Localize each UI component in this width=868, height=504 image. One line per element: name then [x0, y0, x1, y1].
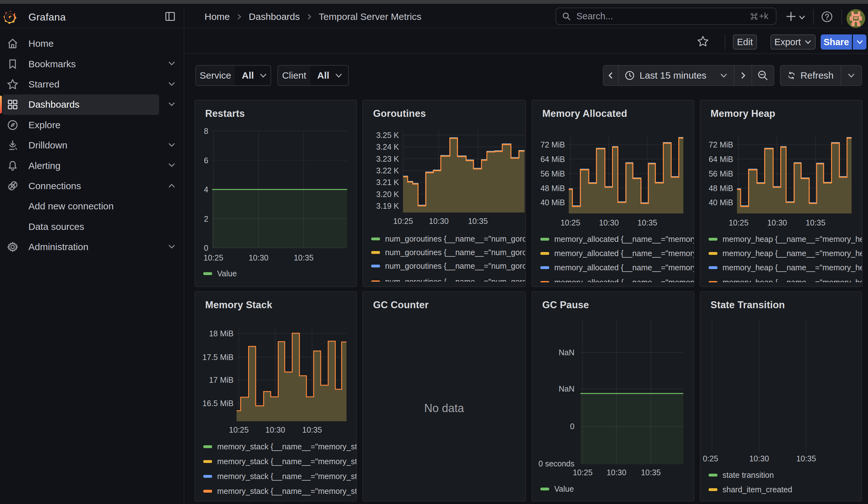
svg-text:10:25: 10:25 [204, 253, 224, 262]
svg-text:6: 6 [204, 156, 208, 165]
svg-text:10:30: 10:30 [249, 253, 269, 262]
svg-text:NaN: NaN [559, 348, 575, 357]
svg-text:NaN: NaN [559, 384, 575, 393]
svg-text:0 seconds: 0 seconds [538, 459, 575, 468]
svg-text:4: 4 [204, 185, 208, 194]
svg-text:10:35: 10:35 [796, 454, 816, 463]
svg-text:10:35: 10:35 [294, 253, 314, 262]
svg-text:8: 8 [204, 127, 208, 135]
svg-text:10:30: 10:30 [607, 468, 627, 477]
svg-text:0: 0 [204, 244, 208, 252]
svg-text:10:30: 10:30 [749, 454, 769, 463]
svg-text:0:25: 0:25 [703, 454, 719, 463]
svg-text:2: 2 [204, 214, 208, 223]
svg-text:10:25: 10:25 [573, 468, 593, 477]
svg-text:10:35: 10:35 [641, 468, 661, 477]
svg-text:0: 0 [570, 422, 575, 431]
